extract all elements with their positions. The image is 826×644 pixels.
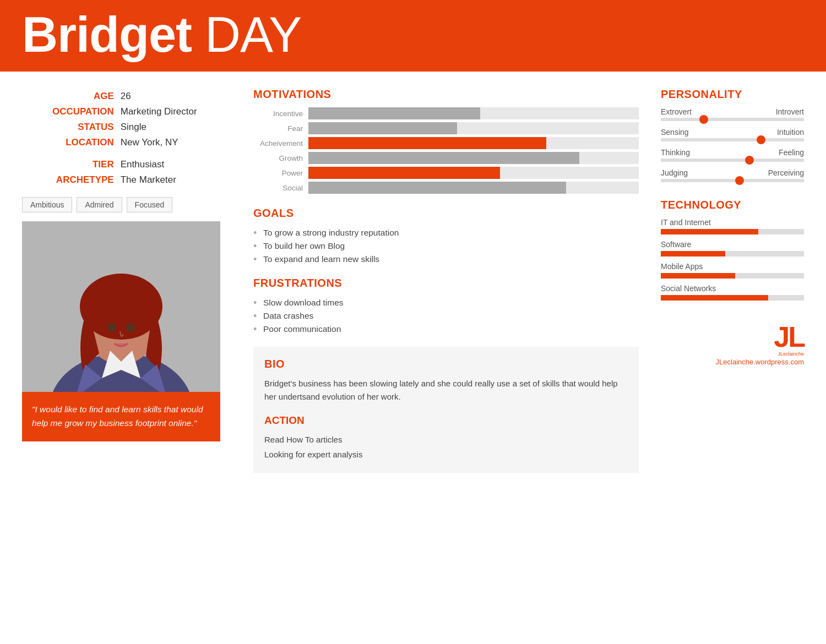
- motivation-row: Fear: [253, 122, 639, 134]
- motivation-bar-fill: [308, 182, 566, 194]
- persona-image: [22, 221, 220, 392]
- personality-slider: [661, 159, 804, 162]
- personality-row: ThinkingFeeling: [661, 148, 804, 162]
- motivation-row: Social: [253, 182, 639, 194]
- frustration-item: Slow download times: [253, 296, 639, 309]
- personality-left-label: Sensing: [661, 128, 689, 137]
- action-line: Looking for expert analysis: [264, 447, 628, 462]
- motivation-row: Acheivement: [253, 137, 639, 149]
- tech-row: Mobile Apps: [661, 262, 804, 279]
- goal-item: To expand and learn new skills: [253, 253, 639, 266]
- tech-bar-container: [661, 229, 804, 234]
- tech-label: Software: [661, 240, 804, 249]
- action-line: Read How To articles: [264, 432, 628, 447]
- quote-text: "I would like to find and learn skills t…: [32, 405, 203, 428]
- motivation-row: Growth: [253, 152, 639, 164]
- goals-title: GOALS: [253, 207, 639, 220]
- motivation-bar-fill: [308, 137, 546, 149]
- goal-item: To grow a strong industry reputation: [253, 226, 639, 239]
- tag: Focused: [127, 197, 173, 212]
- tech-row: Software: [661, 240, 804, 256]
- personality-dot: [745, 156, 754, 165]
- personality-left-label: Thinking: [661, 148, 690, 157]
- technology-title: TECHNOLOGY: [661, 199, 804, 211]
- personality-row: ExtrovertIntrovert: [661, 107, 804, 121]
- motivation-bars: IncentiveFearAcheivementGrowthPowerSocia…: [253, 107, 639, 194]
- motivation-label: Fear: [253, 124, 308, 133]
- frustrations-title: FRUSTRATIONS: [253, 277, 639, 290]
- right-column: PERSONALITY ExtrovertIntrovertSensingInt…: [661, 88, 804, 473]
- age-label: AGE: [23, 89, 119, 103]
- tech-row: Social Networks: [661, 284, 804, 301]
- personality-dot: [735, 176, 744, 185]
- age-value: 26: [121, 89, 230, 103]
- frustrations-section: FRUSTRATIONS Slow download timesData cra…: [253, 277, 639, 336]
- personality-left-label: Judging: [661, 168, 688, 177]
- frustrations-list: Slow download timesData crashesPoor comm…: [253, 296, 639, 336]
- occupation-value: Marketing Director: [121, 105, 230, 119]
- bio-text: Bridget's business has been slowing late…: [264, 377, 628, 403]
- tech-bar-fill: [661, 251, 725, 256]
- header: Bridget DAY: [0, 0, 826, 72]
- motivation-label: Social: [253, 184, 308, 192]
- bio-title: BIO: [264, 358, 628, 370]
- tags-row: AmbitiousAdmiredFocused: [22, 197, 231, 212]
- tier-label: TIER: [23, 157, 119, 172]
- archetype-value: The Marketer: [121, 173, 230, 187]
- tech-bar-container: [661, 251, 804, 256]
- frustration-item: Data crashes: [253, 309, 639, 323]
- location-label: LOCATION: [23, 135, 119, 150]
- personality-row: JudgingPerceiving: [661, 168, 804, 182]
- personality-dot: [699, 115, 708, 124]
- personality-title: PERSONALITY: [661, 88, 804, 101]
- first-name: Bridget: [22, 7, 192, 62]
- profile-info: AGE 26 OCCUPATION Marketing Director STA…: [22, 88, 231, 188]
- action-text: Read How To articlesLooking for expert a…: [264, 432, 628, 462]
- motivation-bar-container: [308, 122, 639, 134]
- personality-right-label: Introvert: [776, 107, 804, 116]
- motivation-label: Power: [253, 169, 308, 177]
- technology-section: TECHNOLOGY IT and InternetSoftwareMobile…: [661, 199, 804, 301]
- personality-right-label: Perceiving: [768, 168, 804, 177]
- tech-bar-container: [661, 295, 804, 301]
- last-name: DAY: [205, 7, 301, 62]
- motivation-bar-container: [308, 182, 639, 194]
- action-title: ACTION: [264, 414, 628, 427]
- motivations-section: MOTIVATIONS IncentiveFearAcheivementGrow…: [253, 88, 639, 194]
- logo-area: JL JLeclainche JLeclainche.wordpress.com: [661, 323, 804, 366]
- bio-action-section: BIO Bridget's business has been slowing …: [253, 347, 639, 473]
- svg-point-7: [126, 323, 135, 332]
- logo-initials: JL: [661, 323, 804, 351]
- personality-section: PERSONALITY ExtrovertIntrovertSensingInt…: [661, 88, 804, 182]
- personality-slider: [661, 179, 804, 182]
- motivation-bar-container: [308, 167, 639, 179]
- motivation-bar-container: [308, 152, 639, 164]
- personality-row: SensingIntuition: [661, 128, 804, 141]
- logo-url: JLeclainche.wordpress.com: [661, 358, 804, 366]
- personality-dot: [757, 135, 765, 144]
- frustration-item: Poor communication: [253, 323, 639, 336]
- tag: Admired: [77, 197, 122, 212]
- main-content: AGE 26 OCCUPATION Marketing Director STA…: [0, 72, 826, 489]
- logo-sub: JLeclainche: [661, 351, 804, 357]
- motivation-label: Acheivement: [253, 139, 308, 148]
- personality-right-label: Feeling: [779, 148, 804, 157]
- motivation-row: Power: [253, 167, 639, 179]
- motivation-bar-container: [308, 107, 639, 119]
- tech-label: Social Networks: [661, 284, 804, 293]
- personality-left-label: Extrovert: [661, 107, 692, 116]
- occupation-label: OCCUPATION: [23, 105, 119, 119]
- location-value: New York, NY: [121, 135, 230, 150]
- left-column: AGE 26 OCCUPATION Marketing Director STA…: [22, 88, 231, 473]
- tech-bar-fill: [661, 295, 768, 301]
- motivation-bar-fill: [308, 152, 579, 164]
- quote-box: "I would like to find and learn skills t…: [22, 392, 220, 441]
- personality-right-label: Intuition: [777, 128, 804, 137]
- tier-value: Enthusiast: [121, 157, 230, 172]
- archetype-label: ARCHETYPE: [23, 173, 119, 187]
- middle-column: MOTIVATIONS IncentiveFearAcheivementGrow…: [253, 88, 639, 473]
- goals-list: To grow a strong industry reputationTo b…: [253, 226, 639, 266]
- svg-point-6: [107, 323, 116, 332]
- motivation-bar-fill: [308, 167, 500, 179]
- motivation-row: Incentive: [253, 107, 639, 119]
